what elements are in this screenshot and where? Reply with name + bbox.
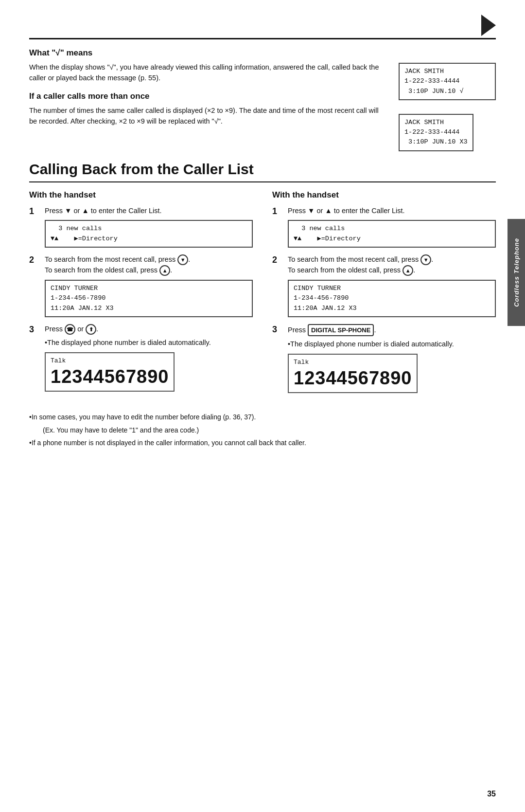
down-btn-r: ▼ [420, 254, 431, 265]
col-left-step2: 2 To search from the most recent call, p… [29, 254, 253, 317]
section1-heading: What "√" means [29, 48, 384, 58]
step2r-text: To search from the most recent call, pre… [288, 255, 433, 274]
step2-content: To search from the most recent call, pre… [45, 254, 253, 317]
section-repeat-caller: If a caller calls more than once The num… [29, 91, 384, 135]
footer-note1b: (Ex. You may have to delete "1" and the … [29, 425, 496, 435]
section2-heading: If a caller calls more than once [29, 91, 384, 101]
step1r-content: Press ▼ or ▲ to enter the Caller List. 3… [288, 206, 496, 248]
top-rule [29, 38, 496, 39]
step3-bullet: •The displayed phone number is dialed au… [45, 338, 253, 348]
step2r-display: CINDY TURNER 1-234-456-7890 11:20A JAN.1… [288, 280, 496, 317]
phone-display-right: Talk 12344567890 [288, 354, 418, 393]
step3r-bullet: •The displayed phone number is dialed au… [288, 339, 496, 350]
top-arrow-bar [29, 15, 496, 36]
intro-left: What "√" means When the display shows "√… [29, 48, 384, 151]
up-btn-r: ▲ [402, 265, 413, 276]
section-checkmark: What "√" means When the display shows "√… [29, 48, 384, 91]
section1-body: When the display shows "√", you have alr… [29, 62, 384, 84]
side-tab: Cordless Telephone [508, 219, 525, 326]
two-column-steps: With the handset 1 Press ▼ or ▲ to enter… [29, 190, 496, 400]
big-number-right: 12344567890 [294, 367, 412, 390]
footer-notes: •In some cases, you may have to edit the… [29, 412, 496, 448]
or-text: or [77, 325, 84, 333]
step1-display: 3 new calls ▼▲ ▶=Directory [45, 220, 253, 248]
up-btn: ▲ [159, 265, 170, 276]
step3-content: Press ☎ or ⬆. •The displayed phone numbe… [45, 324, 253, 392]
col-right-step3: 3 Press DIGITAL SP-PHONE. •The displayed… [272, 324, 496, 394]
phone-display-left: Talk 12344567890 [45, 352, 175, 392]
col-right-step2: 2 To search from the most recent call, p… [272, 254, 496, 317]
step3-press-text: Press ☎ or ⬆. [45, 325, 98, 333]
step2r-content: To search from the most recent call, pre… [288, 254, 496, 317]
next-arrow-icon [481, 15, 496, 36]
col-left: With the handset 1 Press ▼ or ▲ to enter… [29, 190, 253, 400]
footer-note1: •In some cases, you may have to edit the… [29, 412, 496, 422]
step1r-display: 3 new calls ▼▲ ▶=Directory [288, 220, 496, 248]
step-num-3: 3 [29, 324, 40, 335]
talk-label-left: Talk [51, 357, 66, 364]
big-number-left: 12344567890 [51, 366, 169, 388]
sp-btn: ⬆ [86, 324, 96, 335]
main-title: Calling Back from the Caller List [29, 161, 496, 182]
col-right-step1: 1 Press ▼ or ▲ to enter the Caller List.… [272, 206, 496, 248]
col-left-step3: 3 Press ☎ or ⬆. •The displayed phone num… [29, 324, 253, 392]
section2-body: The number of times the same caller call… [29, 105, 384, 127]
step-num-3r: 3 [272, 324, 283, 335]
step3r-press-text: Press DIGITAL SP-PHONE. [288, 326, 376, 334]
down-btn: ▼ [177, 254, 188, 265]
col-left-heading: With the handset [29, 190, 253, 200]
talk-btn: ☎ [65, 324, 75, 335]
digital-sp-phone-btn: DIGITAL SP-PHONE [308, 324, 374, 337]
step1-content: Press ▼ or ▲ to enter the Caller List. 3… [45, 206, 253, 248]
intro-right: JACK SMITH 1-222-333-4444 3:10P JUN.10 √… [399, 48, 496, 151]
col-right: With the handset 1 Press ▼ or ▲ to enter… [272, 190, 496, 400]
col-left-step1: 1 Press ▼ or ▲ to enter the Caller List.… [29, 206, 253, 248]
step-num-1: 1 [29, 206, 40, 217]
display-box-x3: JACK SMITH 1-222-333-4444 3:10P JUN.10 X… [399, 114, 473, 151]
page-number: 35 [487, 790, 496, 798]
display-box-checkmark: JACK SMITH 1-222-333-4444 3:10P JUN.10 √ [399, 63, 496, 100]
col-right-heading: With the handset [272, 190, 496, 200]
talk-label-right: Talk [294, 359, 309, 366]
intro-sections: What "√" means When the display shows "√… [29, 48, 496, 151]
footer-note2: •If a phone number is not displayed in t… [29, 437, 496, 448]
step-num-2r: 2 [272, 254, 283, 266]
step2-text: To search from the most recent call, pre… [45, 255, 190, 274]
step-num-1r: 1 [272, 206, 283, 217]
step1-text: Press ▼ or ▲ to enter the Caller List. [45, 207, 162, 215]
step-num-2: 2 [29, 254, 40, 266]
step2-display: CINDY TURNER 1-234-456-7890 11:20A JAN.1… [45, 280, 253, 317]
step1r-text: Press ▼ or ▲ to enter the Caller List. [288, 207, 405, 215]
step3r-content: Press DIGITAL SP-PHONE. •The displayed p… [288, 324, 496, 394]
side-tab-label: Cordless Telephone [513, 238, 520, 307]
